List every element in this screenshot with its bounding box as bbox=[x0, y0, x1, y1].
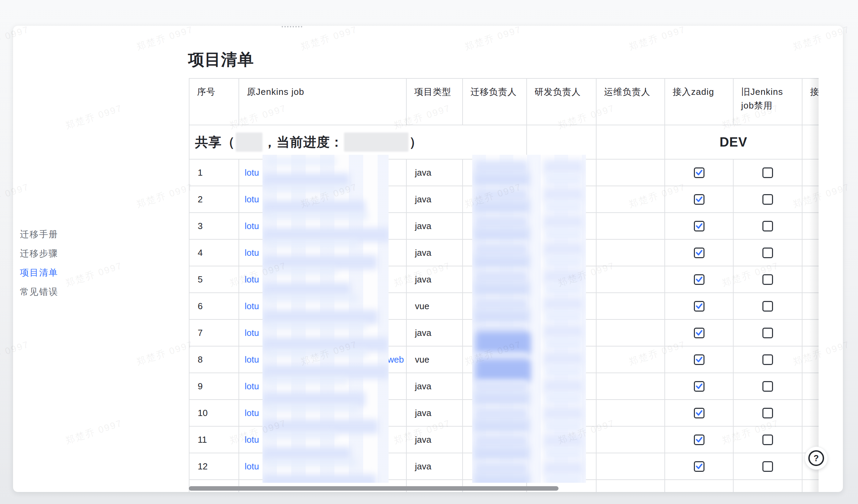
clipped-column-cell bbox=[802, 346, 819, 373]
jenkins-disabled-checkbox-unchecked[interactable] bbox=[762, 274, 773, 285]
table-row: 3lotujava bbox=[189, 213, 819, 239]
table-row: 8lotuwebvue bbox=[189, 346, 819, 373]
ops-owner-cell bbox=[596, 400, 665, 426]
old-jenkins-disabled-cell bbox=[733, 186, 802, 213]
project-type: java bbox=[406, 400, 463, 426]
old-jenkins-disabled-cell bbox=[733, 239, 802, 266]
zadig-access-cell bbox=[665, 319, 733, 346]
project-type: java bbox=[406, 213, 463, 239]
jenkins-job-link[interactable]: lotu bbox=[245, 248, 259, 258]
clipped-column-cell bbox=[802, 159, 819, 186]
clipped-column-cell bbox=[802, 400, 819, 426]
clipped-column-cell bbox=[802, 186, 819, 213]
jenkins-disabled-checkbox-unchecked[interactable] bbox=[762, 328, 773, 338]
jenkins-job-link[interactable]: lotu bbox=[245, 354, 259, 365]
jenkins-disabled-checkbox-unchecked[interactable] bbox=[762, 248, 773, 258]
ops-owner-cell bbox=[596, 159, 665, 186]
jenkins-disabled-checkbox-unchecked[interactable] bbox=[762, 408, 773, 418]
dev-owner-cell bbox=[527, 319, 596, 346]
dev-owner-cell bbox=[527, 186, 596, 213]
dev-owner-cell bbox=[527, 239, 596, 266]
project-type: java bbox=[406, 319, 463, 346]
ops-owner-cell bbox=[596, 346, 665, 373]
jenkins-job-link-suffix[interactable]: web bbox=[388, 354, 404, 365]
zadig-checkbox-checked[interactable] bbox=[694, 301, 704, 312]
jenkins-job-link[interactable]: lotu bbox=[245, 328, 259, 338]
jenkins-job-link[interactable]: lotu bbox=[245, 301, 259, 311]
jenkins-job-cell: lotu bbox=[239, 293, 406, 319]
outline-item-1[interactable]: 迁移手册 bbox=[20, 229, 58, 240]
outline-item-4[interactable]: 常见错误 bbox=[20, 286, 58, 297]
row-number: 2 bbox=[189, 186, 239, 213]
row-number: 4 bbox=[189, 239, 239, 266]
table-row: 7lotujava bbox=[189, 319, 819, 346]
ops-owner-cell bbox=[596, 426, 665, 453]
project-type: java bbox=[406, 373, 463, 400]
migration-owner-cell bbox=[463, 373, 527, 400]
jenkins-job-link[interactable]: lotu bbox=[245, 194, 259, 204]
jenkins-job-link[interactable]: lotu bbox=[245, 274, 259, 285]
zadig-checkbox-checked[interactable] bbox=[694, 354, 704, 365]
zadig-checkbox-checked[interactable] bbox=[694, 167, 704, 178]
row-number: 7 bbox=[189, 319, 239, 346]
jenkins-disabled-checkbox-unchecked[interactable] bbox=[762, 434, 773, 445]
header-dev-owner: 研发负责人 bbox=[527, 78, 596, 125]
jenkins-job-link[interactable]: lotu bbox=[245, 167, 259, 178]
migration-owner-cell bbox=[463, 266, 527, 293]
zadig-checkbox-checked[interactable] bbox=[694, 328, 704, 338]
empty-cell bbox=[596, 480, 665, 492]
zadig-checkbox-checked[interactable] bbox=[694, 461, 704, 472]
jenkins-job-link[interactable]: lotu bbox=[245, 381, 259, 391]
jenkins-disabled-checkbox-unchecked[interactable] bbox=[762, 221, 773, 231]
zadig-checkbox-checked[interactable] bbox=[694, 434, 704, 445]
jenkins-disabled-checkbox-unchecked[interactable] bbox=[762, 354, 773, 365]
jenkins-job-link[interactable]: lotu bbox=[245, 461, 259, 471]
zadig-checkbox-checked[interactable] bbox=[694, 381, 704, 392]
row-number: 5 bbox=[189, 266, 239, 293]
help-button[interactable]: ? bbox=[805, 446, 828, 470]
project-type: vue bbox=[406, 293, 463, 319]
clipped-column-cell bbox=[802, 266, 819, 293]
project-type: java bbox=[406, 159, 463, 186]
migration-owner-cell bbox=[463, 319, 527, 346]
ops-owner-cell bbox=[596, 453, 665, 480]
dev-owner-cell bbox=[527, 426, 596, 453]
jenkins-job-link[interactable]: lotu bbox=[245, 434, 259, 445]
zadig-checkbox-checked[interactable] bbox=[694, 248, 704, 258]
ops-owner-cell bbox=[596, 293, 665, 319]
group-row-empty-cell bbox=[596, 125, 665, 159]
zadig-access-cell bbox=[665, 239, 733, 266]
table-row: 1lotujava bbox=[189, 159, 819, 186]
header-seq: 序号 bbox=[189, 78, 239, 125]
zadig-checkbox-checked[interactable] bbox=[694, 408, 704, 418]
zadig-access-cell bbox=[665, 213, 733, 239]
jenkins-disabled-checkbox-unchecked[interactable] bbox=[762, 461, 773, 472]
zadig-checkbox-checked[interactable] bbox=[694, 194, 704, 205]
old-jenkins-disabled-cell bbox=[733, 213, 802, 239]
row-number: 10 bbox=[189, 400, 239, 426]
table-row: 6lotuvue bbox=[189, 293, 819, 319]
outline-item-2[interactable]: 迁移步骤 bbox=[20, 248, 58, 259]
old-jenkins-disabled-cell bbox=[733, 346, 802, 373]
jenkins-job-cell: lotu bbox=[239, 239, 406, 266]
zadig-checkbox-checked[interactable] bbox=[694, 274, 704, 285]
jenkins-disabled-checkbox-unchecked[interactable] bbox=[762, 381, 773, 392]
dev-owner-cell bbox=[527, 400, 596, 426]
jenkins-disabled-checkbox-unchecked[interactable] bbox=[762, 167, 773, 178]
empty-cell bbox=[733, 480, 802, 492]
zadig-checkbox-checked[interactable] bbox=[694, 221, 704, 231]
jenkins-disabled-checkbox-unchecked[interactable] bbox=[762, 301, 773, 312]
horizontal-scrollbar-thumb[interactable] bbox=[189, 486, 559, 491]
jenkins-disabled-checkbox-unchecked[interactable] bbox=[762, 194, 773, 205]
row-number: 11 bbox=[189, 426, 239, 453]
zadig-access-cell bbox=[665, 400, 733, 426]
collapse-dots-indicator[interactable] bbox=[282, 26, 302, 27]
group-row-title: 共享（，当前进度：） bbox=[189, 133, 526, 152]
jenkins-job-link[interactable]: lotu bbox=[245, 221, 259, 231]
group-row-empty-cell bbox=[802, 125, 819, 159]
jenkins-job-link[interactable]: lotu bbox=[245, 408, 259, 418]
outline-item-3[interactable]: 项目清单 bbox=[20, 267, 58, 278]
dev-owner-cell bbox=[527, 373, 596, 400]
ops-owner-cell bbox=[596, 319, 665, 346]
old-jenkins-disabled-cell bbox=[733, 159, 802, 186]
